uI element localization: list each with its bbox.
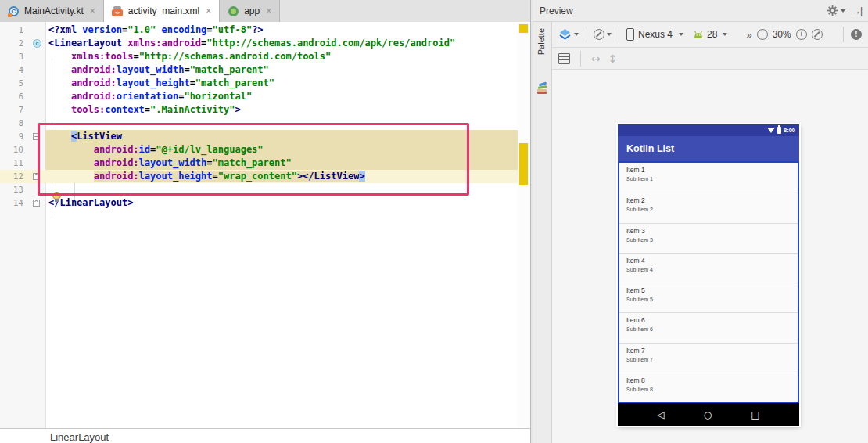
toolbar-separator <box>580 51 581 67</box>
code-text: android:id="@+id/lv_languages" <box>45 143 518 157</box>
list-item[interactable]: Item 1Sub Item 1 <box>619 163 798 193</box>
line-number: 4 <box>0 63 27 77</box>
zoom-in-button[interactable]: + <box>796 29 807 40</box>
fold-start-icon[interactable]: − <box>33 133 40 140</box>
tab-app[interactable]: app × <box>220 0 280 22</box>
device-selector[interactable]: Nexus 4 <box>626 28 683 41</box>
chevron-down-icon <box>607 33 612 36</box>
toolbar-separator <box>586 27 586 42</box>
close-icon[interactable]: × <box>206 5 211 16</box>
preview-secondary-toolbar: ↔ ↕ <box>552 48 868 70</box>
line-number: 3 <box>0 50 27 63</box>
selection-stripe-marker[interactable] <box>519 143 528 185</box>
code-line[interactable]: 2c<LinearLayout xmlns:android="http://sc… <box>0 37 518 50</box>
gutter-cell: ^ <box>27 170 45 183</box>
tab-mainactivity-kt[interactable]: C MainActivity.kt × <box>0 0 104 22</box>
app-title: Kotlin List <box>626 143 674 154</box>
code-line[interactable]: 11 android:layout_width="match_parent" <box>0 157 518 170</box>
code-text: <ListView <box>45 130 518 143</box>
toolbar-overflow-icon[interactable]: » <box>746 29 751 41</box>
zoom-out-button[interactable]: − <box>757 29 768 40</box>
gutter-cell <box>27 183 45 196</box>
code-text <box>45 117 518 130</box>
code-line[interactable]: 5 android:layout_height="match_parent" <box>0 77 518 90</box>
close-icon[interactable]: × <box>90 5 95 16</box>
list-item[interactable]: Item 5Sub Item 5 <box>619 283 798 312</box>
design-surface-selector[interactable] <box>558 28 579 41</box>
nav-recents-icon[interactable]: □ <box>751 410 759 420</box>
hide-panel-icon[interactable]: →| <box>852 5 862 16</box>
code-line[interactable]: 6 android:orientation="horizontal" <box>0 90 518 103</box>
code-line[interactable]: 8 <box>0 117 518 130</box>
nav-back-icon[interactable]: ◁ <box>657 410 664 420</box>
palette-label: Palette <box>536 28 546 55</box>
zoom-level: 30% <box>773 29 791 40</box>
code-text: <?xml version="1.0" encoding="utf-8"?> <box>45 23 518 37</box>
list-item-title: Item 3 <box>626 227 798 235</box>
gutter-cell <box>27 63 45 77</box>
orientation-selector[interactable] <box>594 29 612 40</box>
gutter-cell <box>27 50 45 63</box>
code-text: tools:context=".MainActivity"> <box>45 103 518 117</box>
editor-scrollbar[interactable] <box>518 22 530 429</box>
code-line[interactable]: 12^ android:layout_height="wrap_content"… <box>0 170 518 183</box>
list-item-subtitle: Sub Item 4 <box>626 267 798 272</box>
stretch-vertical-icon[interactable]: ↕ <box>608 52 618 65</box>
code-text: android:layout_width="match_parent" <box>45 157 518 170</box>
gutter-cell <box>27 90 45 103</box>
preview-content: Nexus 4 28 » − 30% + <box>552 22 868 443</box>
device-preview[interactable]: 8:00 Kotlin List Item 1Sub Item 1Item 2S… <box>618 124 799 426</box>
toolbar-separator <box>843 27 844 42</box>
zoom-reset-button[interactable] <box>812 29 823 40</box>
code-line[interactable]: 14^</LinearLayout> <box>0 196 518 210</box>
api-level: 28 <box>707 29 717 40</box>
gutter-stub <box>0 428 35 429</box>
code-line[interactable]: 1<?xml version="1.0" encoding="utf-8"?> <box>0 23 518 37</box>
code-text: </LinearLayout> <box>45 196 518 210</box>
gutter-cell <box>27 23 45 37</box>
android-icon <box>693 30 704 39</box>
render-errors-icon[interactable]: ! <box>851 29 862 40</box>
list-item[interactable]: Item 3Sub Item 3 <box>619 223 798 253</box>
code-editor[interactable]: 1<?xml version="1.0" encoding="utf-8"?>2… <box>0 22 530 429</box>
tab-label: app <box>244 5 260 16</box>
editor-tab-bar: C MainActivity.kt × <> activity_main.xml… <box>0 0 530 23</box>
list-item[interactable]: Item 7Sub Item 7 <box>619 343 798 373</box>
stretch-horizontal-icon[interactable]: ↔ <box>591 52 601 65</box>
list-item[interactable]: Item 6Sub Item 6 <box>619 312 798 342</box>
list-item[interactable]: Item 4Sub Item 4 <box>619 253 798 283</box>
fold-end-icon[interactable]: ^ <box>33 173 40 180</box>
device-app-bar: Kotlin List <box>618 136 799 161</box>
layout-decorations-icon[interactable] <box>558 53 570 64</box>
code-line[interactable]: 7 tools:context=".MainActivity"> <box>0 103 518 117</box>
line-number: 14 <box>0 196 27 210</box>
nav-home-icon[interactable]: ○ <box>704 410 712 420</box>
palette-tool-tab[interactable]: Palette <box>533 22 552 443</box>
list-item-subtitle: Sub Item 3 <box>626 237 798 243</box>
code-line[interactable]: 10 android:id="@+id/lv_languages" <box>0 143 518 157</box>
code-line[interactable]: 3 xmlns:tools="http://schemas.android.co… <box>0 50 518 63</box>
list-item-title: Item 7 <box>626 347 798 355</box>
code-line[interactable]: 4 android:layout_width="match_parent" <box>0 63 518 77</box>
listview-preview[interactable]: Item 1Sub Item 1Item 2Sub Item 2Item 3Su… <box>618 161 799 403</box>
list-item[interactable]: Item 2Sub Item 2 <box>619 193 798 222</box>
breadcrumb-bar: LinearLayout <box>0 428 530 443</box>
warning-stripe-marker[interactable] <box>519 24 528 33</box>
api-level-selector[interactable]: 28 <box>693 29 727 40</box>
breadcrumb[interactable]: LinearLayout <box>50 431 109 443</box>
android-studio-window: C MainActivity.kt × <> activity_main.xml… <box>0 0 868 443</box>
context-class-icon[interactable]: c <box>33 39 41 48</box>
gear-icon[interactable] <box>827 5 845 16</box>
code-line[interactable]: 9− <ListView <box>0 130 518 143</box>
intention-lightbulb-icon[interactable] <box>52 192 61 202</box>
fold-end-icon[interactable]: ^ <box>33 200 40 207</box>
close-icon[interactable]: × <box>266 5 271 16</box>
gutter-cell <box>27 77 45 90</box>
list-item[interactable]: Item 8Sub Item 8 <box>619 373 798 402</box>
gutter-cell <box>27 157 45 170</box>
orientation-icon <box>594 29 604 40</box>
gutter-cell <box>27 117 45 130</box>
device-status-bar: 8:00 <box>618 124 799 136</box>
tab-activity-main-xml[interactable]: <> activity_main.xml × <box>104 0 220 23</box>
code-line[interactable]: 13 <box>0 183 518 196</box>
